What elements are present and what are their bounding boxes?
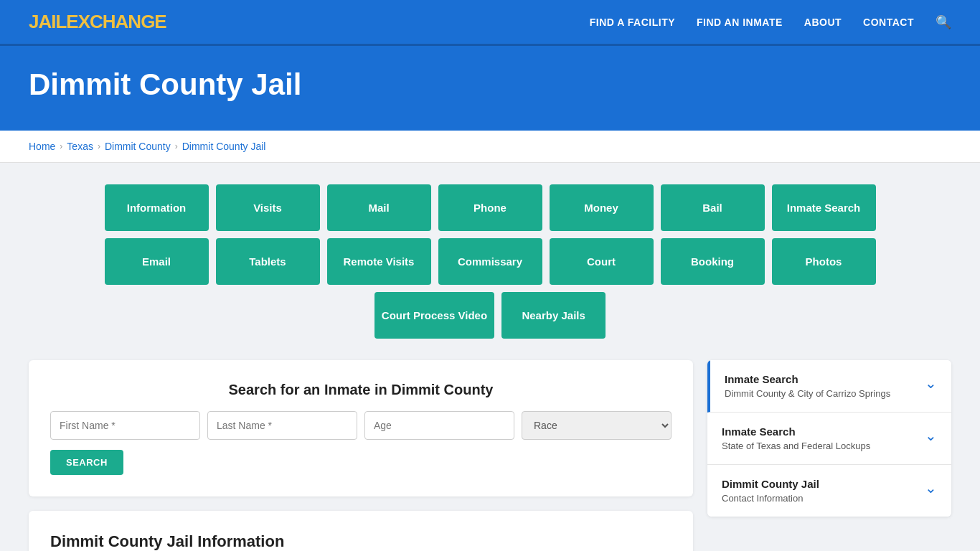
info-card: Dimmit County Jail Information (29, 511, 693, 551)
sidebar-item-dimmit-title: Inmate Search (725, 373, 918, 385)
first-name-input[interactable] (50, 411, 200, 440)
search-icon-button[interactable]: 🔍 (936, 14, 951, 30)
btn-inmate-search[interactable]: Inmate Search (772, 184, 876, 231)
last-name-input[interactable] (207, 411, 357, 440)
btn-phone[interactable]: Phone (438, 184, 542, 231)
sidebar-item-contact-content: Dimmit County Jail Contact Information (722, 478, 918, 504)
nav-find-inmate[interactable]: FIND AN INMATE (697, 17, 783, 28)
chevron-down-icon-0: ⌄ (925, 375, 937, 392)
btn-court[interactable]: Court (550, 238, 654, 285)
breadcrumb-dimmit-county-jail[interactable]: Dimmit County Jail (182, 141, 266, 152)
btn-email[interactable]: Email (105, 238, 209, 285)
sidebar-item-texas-title: Inmate Search (722, 425, 918, 438)
btn-commissary[interactable]: Commissary (438, 238, 542, 285)
main-nav: FIND A FACILITY FIND AN INMATE ABOUT CON… (590, 14, 951, 30)
nav-contact[interactable]: CONTACT (863, 17, 914, 28)
btn-money[interactable]: Money (550, 184, 654, 231)
sidebar-item-dimmit-subtitle: Dimmit County & City of Carrizo Springs (725, 388, 918, 399)
breadcrumb-sep-2: › (98, 141, 100, 151)
age-input[interactable] (364, 411, 514, 440)
main-content: Information Visits Mail Phone Money Bail… (0, 163, 980, 551)
left-panel: Search for an Inmate in Dimmit County Ra… (29, 360, 693, 551)
header: JAILEXCHANGE FIND A FACILITY FIND AN INM… (0, 0, 980, 46)
btn-court-process-video[interactable]: Court Process Video (374, 292, 494, 339)
sidebar-item-dimmit-content: Inmate Search Dimmit County & City of Ca… (725, 373, 918, 399)
btn-booking[interactable]: Booking (661, 238, 765, 285)
chevron-down-icon-2: ⌄ (925, 479, 937, 496)
search-form-title: Search for an Inmate in Dimmit County (50, 382, 672, 398)
breadcrumb-dimmit-county[interactable]: Dimmit County (105, 141, 171, 152)
breadcrumb-home[interactable]: Home (29, 141, 55, 152)
sidebar-item-contact-subtitle: Contact Information (722, 493, 918, 504)
btn-nearby-jails[interactable]: Nearby Jails (501, 292, 606, 339)
search-inputs: Race White Black Hispanic Asian Other (50, 411, 672, 440)
sidebar-item-dimmit[interactable]: Inmate Search Dimmit County & City of Ca… (707, 360, 951, 413)
sidebar-card: Inmate Search Dimmit County & City of Ca… (707, 360, 951, 517)
button-row-1: Information Visits Mail Phone Money Bail… (105, 184, 876, 231)
sidebar-item-texas[interactable]: Inmate Search State of Texas and Federal… (707, 413, 951, 465)
button-row-3: Court Process Video Nearby Jails (374, 292, 606, 339)
logo-part3: XCHANGE (78, 11, 166, 32)
btn-mail[interactable]: Mail (327, 184, 431, 231)
content-row: Search for an Inmate in Dimmit County Ra… (29, 360, 951, 551)
breadcrumb-sep-3: › (175, 141, 178, 151)
breadcrumb: Home › Texas › Dimmit County › Dimmit Co… (29, 141, 951, 152)
chevron-down-icon-1: ⌄ (925, 427, 937, 444)
logo[interactable]: JAILEXCHANGE (29, 11, 166, 33)
hero-section: Dimmit County Jail (0, 46, 980, 131)
btn-information[interactable]: Information (105, 184, 209, 231)
race-select[interactable]: Race White Black Hispanic Asian Other (522, 411, 672, 440)
button-grid: Information Visits Mail Phone Money Bail… (29, 184, 951, 339)
search-form-card: Search for an Inmate in Dimmit County Ra… (29, 360, 693, 496)
button-row-2: Email Tablets Remote Visits Commissary C… (105, 238, 876, 285)
right-panel: Inmate Search Dimmit County & City of Ca… (707, 360, 951, 517)
btn-remote-visits[interactable]: Remote Visits (327, 238, 431, 285)
sidebar-item-texas-content: Inmate Search State of Texas and Federal… (722, 425, 918, 451)
breadcrumb-sep-1: › (60, 141, 62, 151)
breadcrumb-texas[interactable]: Texas (67, 141, 93, 152)
page-title: Dimmit County Jail (29, 67, 951, 102)
btn-tablets[interactable]: Tablets (216, 238, 320, 285)
sidebar-item-contact[interactable]: Dimmit County Jail Contact Information ⌄ (707, 465, 951, 517)
nav-about[interactable]: ABOUT (804, 17, 842, 28)
logo-part1: JAIL (29, 11, 66, 32)
breadcrumb-bar: Home › Texas › Dimmit County › Dimmit Co… (0, 131, 980, 163)
nav-find-facility[interactable]: FIND A FACILITY (590, 17, 675, 28)
btn-visits[interactable]: Visits (216, 184, 320, 231)
btn-photos[interactable]: Photos (772, 238, 876, 285)
logo-part2: E (66, 11, 77, 32)
info-section-title: Dimmit County Jail Information (50, 532, 672, 551)
sidebar-item-texas-subtitle: State of Texas and Federal Lockups (722, 441, 918, 451)
sidebar-item-contact-title: Dimmit County Jail (722, 478, 918, 490)
btn-bail[interactable]: Bail (661, 184, 765, 231)
search-button[interactable]: SEARCH (50, 450, 123, 475)
